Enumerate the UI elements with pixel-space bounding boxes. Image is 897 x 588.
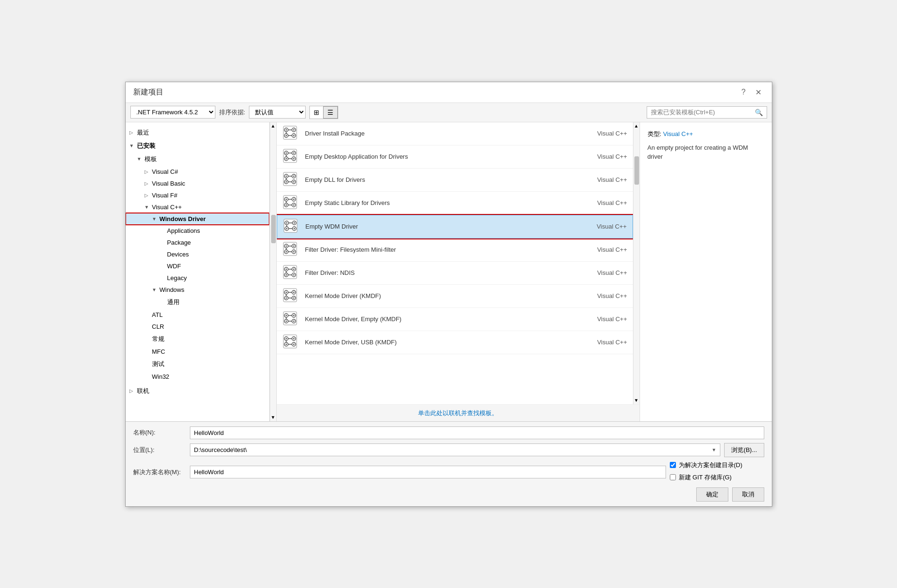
svg-point-110 (285, 338, 287, 339)
list-view-button[interactable]: ☰ (323, 106, 338, 119)
win32-item[interactable]: Win32 (126, 371, 269, 383)
svg-point-8 (293, 135, 294, 136)
check2-row: 新建 GIT 存储库(G) (670, 473, 764, 482)
wdf-item[interactable]: WDF (126, 260, 269, 272)
svg-point-80 (293, 274, 294, 275)
windows-item[interactable]: ▼ Windows (126, 284, 269, 296)
scrollbar-track[interactable] (270, 130, 276, 414)
svg-point-76 (293, 268, 294, 270)
svg-point-98 (285, 315, 287, 316)
atl-label: ATL (152, 311, 265, 318)
dialog-title: 新建项目 (133, 87, 163, 97)
svg-point-14 (285, 152, 287, 153)
find-templates-link[interactable]: 单击此处以联机并查找模板。 (418, 409, 498, 417)
template-item-3[interactable]: Empty DLL for DriversVisual C++ (277, 169, 633, 192)
svg-point-44 (293, 204, 294, 205)
clr-item[interactable]: CLR (126, 321, 269, 332)
legacy-item[interactable]: Legacy (126, 272, 269, 284)
location-combo-arrow: ▼ (711, 447, 716, 452)
visual-cs-item[interactable]: ▷ Visual C# (126, 166, 269, 178)
template-item-6[interactable]: Filter Driver: Filesystem Mini-filterVis… (277, 239, 633, 262)
location-combo[interactable]: D:\sourcecode\test\ ▼ (190, 443, 721, 456)
solution-input[interactable] (190, 466, 666, 478)
left-scrollbar[interactable]: ▲ ▼ (270, 122, 276, 421)
svg-point-64 (293, 245, 294, 247)
package-item[interactable]: Package (126, 237, 269, 248)
name-input[interactable] (190, 426, 764, 439)
center-scrollbar-thumb[interactable] (634, 156, 639, 185)
template-item-1[interactable]: Driver Install PackageVisual C++ (277, 122, 633, 145)
template-item-4[interactable]: Empty Static Library for DriversVisual C… (277, 192, 633, 215)
svg-point-18 (285, 158, 287, 159)
template-list: Driver Install PackageVisual C++ Empty D… (277, 122, 633, 404)
search-input[interactable] (647, 107, 751, 118)
visual-cpp-arrow: ▼ (145, 205, 152, 210)
mfc-item[interactable]: MFC (126, 346, 269, 358)
atl-item[interactable]: ATL (126, 309, 269, 321)
svg-point-52 (293, 222, 295, 223)
scroll-down-arrow[interactable]: ▼ (270, 414, 276, 421)
svg-point-42 (285, 204, 287, 205)
svg-point-112 (293, 338, 294, 339)
ok-button[interactable]: 确定 (696, 487, 728, 502)
template-name-9: Kernel Mode Driver, Empty (KMDF) (305, 315, 580, 323)
visual-basic-item[interactable]: ▷ Visual Basic (126, 178, 269, 189)
git-repo-checkbox[interactable] (670, 474, 676, 480)
template-item-2[interactable]: Empty Desktop Application for DriversVis… (277, 145, 633, 169)
title-bar: 新建项目 ? ✕ (126, 82, 772, 103)
tongyong-item[interactable]: 通用 (126, 296, 269, 309)
search-icon[interactable]: 🔍 (751, 107, 767, 118)
title-controls: ? ✕ (739, 87, 764, 98)
help-button[interactable]: ? (739, 87, 749, 98)
template-lang-7: Visual C++ (580, 269, 627, 276)
grid-view-button[interactable]: ⊞ (310, 106, 323, 119)
cancel-button[interactable]: 取消 (732, 487, 764, 502)
installed-section[interactable]: ▼ 已安装 (126, 139, 269, 153)
type-value: Visual C++ (663, 130, 693, 137)
windows-driver-item[interactable]: ▼ Windows Driver (126, 213, 269, 225)
footer-section: 名称(N): 位置(L): D:\sourcecode\test\ ▼ 浏览(B… (126, 421, 772, 506)
recent-arrow: ▷ (129, 130, 137, 135)
ceshi-item[interactable]: 测试 (126, 358, 269, 371)
scrollbar-thumb[interactable] (271, 215, 276, 243)
browse-button[interactable]: 浏览(B)... (724, 443, 764, 457)
visual-fs-item[interactable]: ▷ Visual F# (126, 189, 269, 201)
svg-point-116 (293, 343, 294, 345)
applications-label: Applications (167, 227, 265, 234)
visual-cpp-item[interactable]: ▼ Visual C++ (126, 201, 269, 213)
bottom-link-area: 单击此处以联机并查找模板。 (277, 404, 640, 421)
svg-point-100 (293, 315, 294, 316)
template-lang-5: Visual C++ (580, 223, 627, 230)
template-item-10[interactable]: Kernel Mode Driver, USB (KMDF)Visual C++ (277, 331, 633, 354)
create-dir-checkbox[interactable] (670, 462, 676, 468)
solution-row: 解决方案名称(M): 为解决方案创建目录(D) 新建 GIT 存储库(G) (133, 461, 764, 484)
template-item-8[interactable]: Kernel Mode Driver (KMDF)Visual C++ (277, 285, 633, 308)
close-button[interactable]: ✕ (752, 87, 764, 98)
template-icon-3 (282, 171, 299, 188)
devices-item[interactable]: Devices (126, 248, 269, 260)
template-name-7: Filter Driver: NDIS (305, 269, 580, 276)
scroll-up-arrow[interactable]: ▲ (270, 122, 276, 130)
sort-select[interactable]: 默认值 (249, 106, 306, 119)
framework-select[interactable]: .NET Framework 4.5.2 (130, 106, 215, 119)
center-scroll-down[interactable]: ▼ (633, 397, 640, 404)
template-item-7[interactable]: Filter Driver: NDISVisual C++ (277, 262, 633, 285)
visual-fs-label: Visual F# (152, 192, 265, 199)
center-scrollbar[interactable]: ▲ ▼ (633, 122, 640, 404)
center-scroll-up[interactable]: ▲ (633, 122, 640, 130)
template-name-1: Driver Install Package (305, 130, 580, 137)
lianji-item[interactable]: ▷ 联机 (126, 384, 269, 398)
template-item-5[interactable]: Empty WDM DriverVisual C++ (277, 215, 633, 239)
changgui-item[interactable]: 常规 (126, 332, 269, 346)
svg-point-38 (285, 198, 287, 200)
svg-point-30 (285, 181, 287, 182)
svg-point-114 (285, 343, 287, 345)
center-scrollbar-track[interactable] (633, 130, 640, 397)
recent-section[interactable]: ▷ 最近 (126, 126, 269, 139)
templates-section[interactable]: ▼ 模板 (126, 153, 269, 166)
template-name-3: Empty DLL for Drivers (305, 176, 580, 183)
location-value: D:\sourcecode\test\ (194, 446, 247, 453)
template-item-9[interactable]: Kernel Mode Driver, Empty (KMDF)Visual C… (277, 308, 633, 331)
applications-item[interactable]: Applications (126, 225, 269, 237)
template-lang-10: Visual C++ (580, 339, 627, 346)
